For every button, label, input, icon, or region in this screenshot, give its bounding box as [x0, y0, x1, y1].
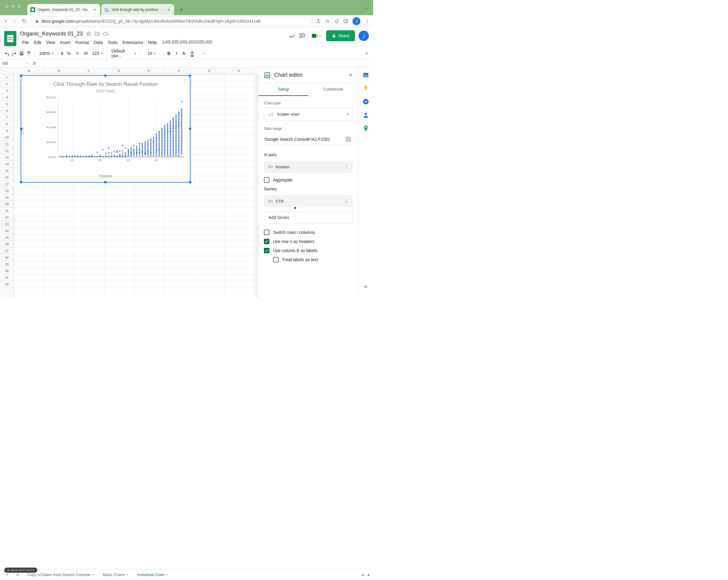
- text-color-button[interactable]: A: [191, 50, 193, 56]
- comments-icon[interactable]: [299, 32, 306, 39]
- series-field[interactable]: 123 CTR ⋮: [264, 195, 353, 207]
- series-field-menu-icon[interactable]: ⋮: [344, 199, 349, 204]
- col-header[interactable]: G: [194, 67, 224, 74]
- row-header[interactable]: 23: [0, 221, 14, 228]
- italic-button[interactable]: I: [176, 51, 177, 56]
- browser-tab-1[interactable]: Organic_Keywords 01_23 - Go ×: [27, 4, 100, 15]
- switch-rows-cols-checkbox[interactable]: Switch rows / columns: [264, 230, 353, 235]
- xaxis-field-menu-icon[interactable]: ⋮: [344, 164, 349, 170]
- menu-data[interactable]: Data: [92, 39, 105, 46]
- embedded-chart[interactable]: ⋮ Click Through Rate by Search Result Po…: [21, 75, 190, 183]
- row-header[interactable]: 21: [0, 208, 14, 214]
- treat-labels-checkbox[interactable]: Treat labels as text: [273, 257, 353, 262]
- meet-button[interactable]: ▾: [309, 30, 322, 42]
- close-tab-2[interactable]: ×: [166, 7, 171, 12]
- tab-customize[interactable]: Customize: [308, 83, 358, 96]
- row-header[interactable]: 17: [0, 181, 14, 187]
- row-header[interactable]: 6: [0, 107, 14, 114]
- browser-tab-2[interactable]: click through rate by position ×: [101, 4, 174, 15]
- row-header[interactable]: 22: [0, 214, 14, 221]
- row-header[interactable]: 13: [0, 154, 14, 161]
- extensions-icon[interactable]: [334, 19, 339, 24]
- use-row1-checkbox[interactable]: Use row 1 as headers: [264, 239, 353, 244]
- star-doc-icon[interactable]: [86, 31, 91, 36]
- document-title[interactable]: Organic_Keywords 01_23: [20, 31, 83, 37]
- font-size-select[interactable]: 10: [146, 50, 157, 56]
- col-header[interactable]: C: [74, 67, 104, 74]
- menu-insert[interactable]: Insert: [58, 39, 73, 46]
- maps-icon[interactable]: [363, 125, 369, 132]
- version-history-icon[interactable]: [288, 32, 295, 39]
- xaxis-field[interactable]: 123 Position ⋮: [264, 161, 353, 173]
- close-editor-icon[interactable]: ×: [349, 72, 353, 79]
- data-range-input[interactable]: 'Google Search Console'!A1:F1001: [264, 133, 353, 145]
- back-icon[interactable]: [4, 19, 8, 24]
- row-header[interactable]: 31: [0, 274, 14, 281]
- share-button[interactable]: Share: [326, 30, 355, 41]
- contacts-icon[interactable]: [363, 112, 369, 118]
- row-header[interactable]: 20: [0, 201, 14, 208]
- menu-tools[interactable]: Tools: [106, 39, 120, 46]
- row-header[interactable]: 11: [0, 141, 14, 148]
- chart-menu-icon[interactable]: ⋮: [183, 78, 187, 84]
- strike-button[interactable]: S: [183, 51, 185, 56]
- name-box[interactable]: I33: [0, 61, 30, 65]
- close-tab-1[interactable]: ×: [92, 7, 97, 12]
- row-header[interactable]: 28: [0, 254, 14, 261]
- kebab-menu-icon[interactable]: [365, 19, 369, 24]
- undo-icon[interactable]: [4, 51, 10, 56]
- row-header[interactable]: 32: [0, 281, 14, 288]
- row-header[interactable]: 27: [0, 247, 14, 254]
- row-header[interactable]: 25: [0, 234, 14, 241]
- formula-input[interactable]: [36, 59, 373, 67]
- browser-profile-avatar[interactable]: J: [353, 17, 360, 25]
- percent-button[interactable]: %: [67, 51, 71, 56]
- row-header[interactable]: 3: [0, 87, 14, 94]
- collapse-toolbar-icon[interactable]: [364, 51, 369, 56]
- row-header[interactable]: 18: [0, 187, 14, 194]
- col-header[interactable]: D: [104, 67, 134, 74]
- add-addon-icon[interactable]: +: [364, 283, 368, 291]
- menu-edit[interactable]: Edit: [32, 39, 43, 46]
- reload-icon[interactable]: [22, 19, 27, 24]
- use-col-e-checkbox[interactable]: Use column E as labels: [264, 248, 353, 253]
- forward-icon[interactable]: [13, 19, 18, 24]
- row-header[interactable]: 9: [0, 127, 14, 134]
- vertical-scrollbar[interactable]: [255, 74, 258, 297]
- row-header[interactable]: 16: [0, 174, 14, 181]
- zoom-select[interactable]: 100%: [38, 50, 55, 56]
- row-header[interactable]: 26: [0, 241, 14, 247]
- tasks-icon[interactable]: [363, 98, 369, 105]
- paint-format-icon[interactable]: [26, 51, 31, 56]
- url-field[interactable]: docs.google.com/spreadsheets/d/1S2Q_yb_S…: [31, 17, 312, 26]
- col-header[interactable]: E: [134, 67, 164, 74]
- font-select[interactable]: Default (Ari...: [110, 48, 137, 59]
- menu-view[interactable]: View: [44, 39, 57, 46]
- col-header[interactable]: F: [164, 67, 194, 74]
- col-header[interactable]: A: [14, 67, 44, 74]
- number-format-menu[interactable]: 123: [91, 50, 104, 56]
- sheets-logo-icon[interactable]: [4, 31, 17, 46]
- row-header[interactable]: 14: [0, 161, 14, 167]
- side-panel-icon[interactable]: [343, 19, 348, 24]
- window-controls[interactable]: [5, 4, 21, 8]
- increase-decimal-button[interactable]: .00: [83, 51, 88, 55]
- new-tab-button[interactable]: +: [177, 5, 186, 14]
- keep-icon[interactable]: [363, 85, 369, 91]
- currency-button[interactable]: $: [61, 51, 63, 56]
- decrease-decimal-button[interactable]: .0: [76, 51, 79, 55]
- row-header[interactable]: 19: [0, 194, 14, 201]
- row-header[interactable]: 30: [0, 268, 14, 274]
- row-header[interactable]: 10: [0, 134, 14, 141]
- share-browser-icon[interactable]: [316, 19, 321, 24]
- row-header[interactable]: 8: [0, 121, 14, 127]
- calendar-icon[interactable]: 31: [363, 72, 369, 78]
- row-header[interactable]: 12: [0, 148, 14, 154]
- more-toolbar-icon[interactable]: ⋯: [202, 51, 206, 55]
- row-header[interactable]: 24: [0, 228, 14, 234]
- cloud-saved-icon[interactable]: [103, 31, 108, 36]
- row-header[interactable]: 1: [0, 74, 14, 81]
- aggregate-checkbox[interactable]: Aggregate: [264, 177, 353, 183]
- account-avatar[interactable]: J: [359, 31, 369, 41]
- last-edit-link[interactable]: Last edit was seconds ago: [163, 39, 213, 46]
